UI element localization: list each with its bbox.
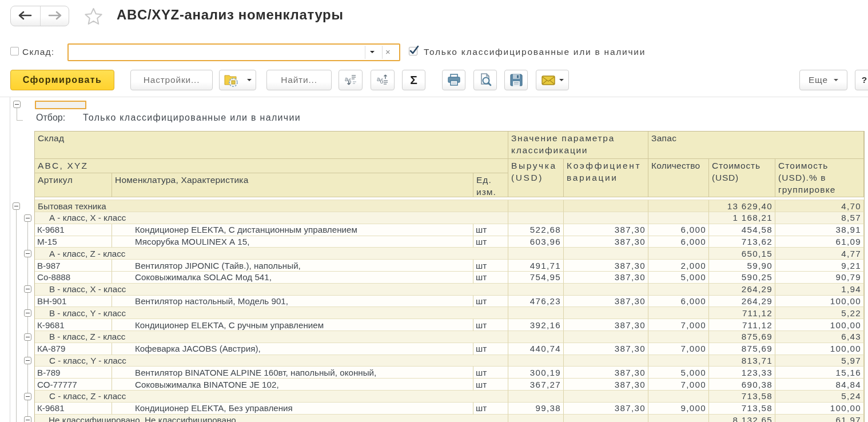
- svg-text:аб: аб: [377, 76, 384, 85]
- svg-text:аб: аб: [345, 76, 352, 85]
